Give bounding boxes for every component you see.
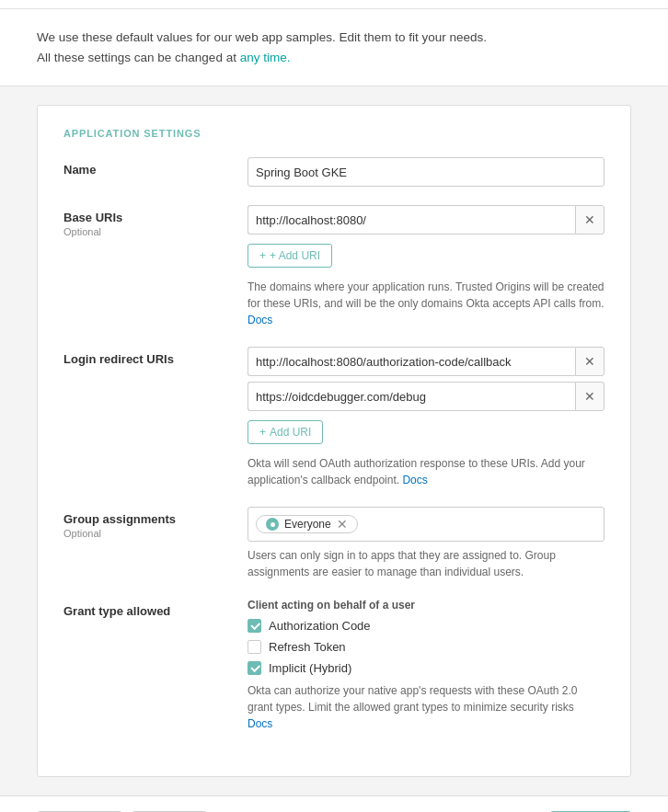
implicit-row: Implicit (Hybrid) xyxy=(248,661,605,675)
redirect-uri-add-label: Add URI xyxy=(270,426,311,439)
intro-line1: We use these default values for our web … xyxy=(37,30,487,44)
grant-type-hint: Okta can authorize your native app's req… xyxy=(248,682,605,732)
name-field-col xyxy=(248,157,605,187)
implicit-checkbox[interactable] xyxy=(248,661,261,675)
redirect-uri1-row: ✕ xyxy=(248,347,605,376)
tag-radio-inner xyxy=(271,522,275,527)
group-assignments-label-col: Group assignments Optional xyxy=(63,507,248,539)
login-redirect-docs-link[interactable]: Docs xyxy=(402,474,427,486)
grant-type-label: Grant type allowed xyxy=(63,604,248,618)
refresh-token-checkbox[interactable] xyxy=(248,640,261,654)
base-uris-hint: The domains where your application runs.… xyxy=(248,279,605,328)
base-uris-row: Base URIs Optional ✕ + + Add URI The dom… xyxy=(63,205,605,328)
grant-acting-label: Client acting on behalf of a user xyxy=(248,599,605,612)
group-input-wrapper[interactable]: Everyone ✕ xyxy=(248,507,605,542)
auth-code-checkbox[interactable] xyxy=(248,619,261,633)
login-redirect-label-col: Login redirect URIs xyxy=(63,347,248,366)
page-wrapper: We use these default values for our web … xyxy=(0,0,668,812)
base-uris-field-col: ✕ + + Add URI The domains where your app… xyxy=(248,205,605,328)
name-input[interactable] xyxy=(248,157,605,187)
base-uri-add-label: + Add URI xyxy=(270,249,320,262)
footer-bar: Previous Cancel Done xyxy=(0,795,668,812)
base-uri-add-btn[interactable]: + + Add URI xyxy=(248,244,332,268)
intro-section: We use these default values for our web … xyxy=(0,9,668,86)
redirect-uri1-input[interactable] xyxy=(248,347,575,376)
login-redirect-label: Login redirect URIs xyxy=(63,352,248,366)
group-tag-everyone: Everyone ✕ xyxy=(256,515,358,533)
base-uris-docs-link[interactable]: Docs xyxy=(248,314,272,326)
implicit-label: Implicit (Hybrid) xyxy=(269,661,351,675)
section-title: APPLICATION SETTINGS xyxy=(63,128,605,139)
auth-code-row: Authorization Code xyxy=(248,619,605,633)
refresh-token-row: Refresh Token xyxy=(248,640,605,654)
tag-radio-dot xyxy=(266,518,279,531)
grant-type-docs-link[interactable]: Docs xyxy=(248,717,272,730)
group-assignments-row: Group assignments Optional Everyone ✕ U xyxy=(63,507,605,580)
group-assignments-optional: Optional xyxy=(63,528,248,539)
redirect-uri1-clear-btn[interactable]: ✕ xyxy=(575,347,605,376)
base-uris-optional: Optional xyxy=(63,226,248,237)
name-row: Name xyxy=(63,157,605,187)
intro-text: We use these default values for our web … xyxy=(37,28,631,67)
top-bar xyxy=(0,0,668,9)
group-hint: Users can only sign in to apps that they… xyxy=(248,547,605,580)
base-uri-input[interactable] xyxy=(248,205,575,234)
settings-card: APPLICATION SETTINGS Name Base URIs Opti… xyxy=(37,105,631,777)
tag-label: Everyone xyxy=(284,518,331,531)
base-uris-label: Base URIs xyxy=(63,211,248,224)
redirect-uri-add-btn[interactable]: + Add URI xyxy=(248,420,323,444)
grant-type-field-col: Client acting on behalf of a user Author… xyxy=(248,599,605,732)
base-uri-add-icon: + xyxy=(259,249,266,262)
grant-type-label-col: Grant type allowed xyxy=(63,599,248,618)
base-uris-label-col: Base URIs Optional xyxy=(63,205,248,237)
redirect-uri2-row: ✕ xyxy=(248,382,605,411)
redirect-uri2-clear-btn[interactable]: ✕ xyxy=(575,382,605,411)
login-redirect-row: Login redirect URIs ✕ ✕ + Add URI xyxy=(63,347,605,488)
redirect-uri-add-icon: + xyxy=(259,426,266,439)
auth-code-label: Authorization Code xyxy=(269,619,371,633)
name-label: Name xyxy=(63,163,248,177)
intro-line2: All these settings can be changed at xyxy=(37,51,236,64)
main-content: APPLICATION SETTINGS Name Base URIs Opti… xyxy=(0,86,668,795)
tag-close-btn[interactable]: ✕ xyxy=(337,518,348,531)
intro-highlight: any time. xyxy=(240,51,291,64)
base-uri-clear-btn[interactable]: ✕ xyxy=(575,205,605,234)
group-assignments-field-col: Everyone ✕ Users can only sign in to app… xyxy=(248,507,605,580)
login-redirect-hint: Okta will send OAuth authorization respo… xyxy=(248,455,605,488)
refresh-token-label: Refresh Token xyxy=(269,640,346,654)
name-label-col: Name xyxy=(63,157,248,177)
grant-type-row: Grant type allowed Client acting on beha… xyxy=(63,599,605,732)
group-assignments-label: Group assignments xyxy=(63,512,248,526)
redirect-uri2-input[interactable] xyxy=(248,382,575,411)
login-redirect-field-col: ✕ ✕ + Add URI Okta will send OAuth autho… xyxy=(248,347,605,488)
base-uri-input-row: ✕ xyxy=(248,205,605,234)
